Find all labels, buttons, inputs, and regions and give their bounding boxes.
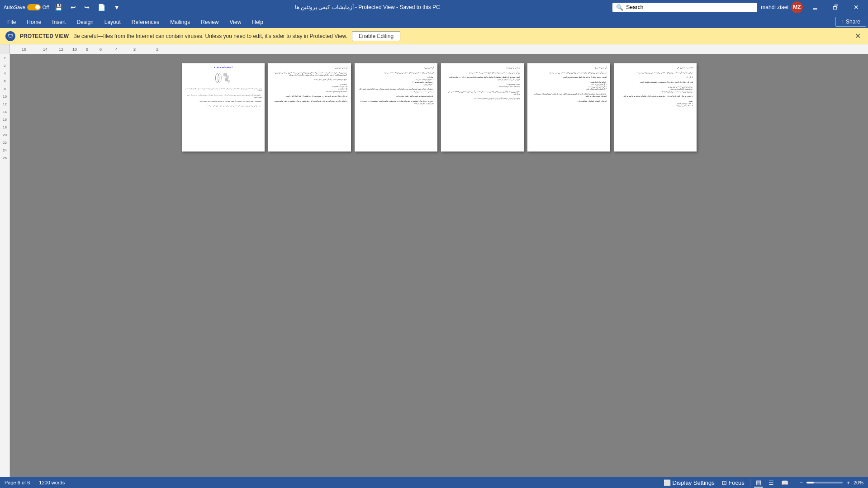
focus-label: Focus [728,479,744,486]
search-area: 🔍 [612,3,757,12]
username: mahdi ziaei [761,4,788,10]
display-settings-label: Display Settings [673,479,715,486]
read-mode-button[interactable]: 📖 [779,479,790,487]
tab-help[interactable]: Help [247,16,269,28]
save-button[interactable]: 💾 [52,3,65,12]
ruler-v-tick: 24 [3,148,7,152]
canvas-area: آزمایشات کیفی پروتئین ها [10,54,868,477]
close-protected-bar-button[interactable]: ✕ [853,32,863,40]
ruler-tick: 18 [12,47,36,52]
page-1-content: آزمایشات کیفی پروتئین ها [182,63,265,152]
autosave-label: AutoSave [4,5,25,10]
zoom-fill [806,482,814,483]
page-6-body: خلاصه و نتیجه‌گیری کلی در این مجموعه آزم… [617,67,693,107]
tab-home[interactable]: Home [21,16,47,28]
page-4-content: آزمایش زانتوپروتئیک این آزمایش برای تشخی… [441,63,524,152]
tab-file[interactable]: File [2,16,21,28]
horizontal-ruler: 18 14 12 10 8 6 4 2 2 [10,44,868,54]
page-2-body: آزمایش نینهیدرین نینهیدرین یک معرف شیمیا… [272,67,347,103]
ruler-v-tick: 26 [3,156,7,160]
tab-mailings[interactable]: Mailings [165,16,195,28]
tab-references[interactable]: References [126,16,165,28]
print-layout-view-button[interactable]: ▤ [754,478,763,488]
tab-view[interactable]: View [224,16,247,28]
page-1-title: آزمایشات کیفی پروتئین ها [185,66,262,69]
ruler-tick: 12 [54,47,68,52]
ruler-tick: 6 [93,47,109,52]
enable-editing-button[interactable]: Enable Editing [352,31,400,41]
ruler-v-tick: 18 [3,125,7,129]
ruler-area: 18 14 12 10 8 6 4 2 2 [0,44,868,54]
protected-view-bar: 🛡 PROTECTED VIEW Be careful—files from t… [0,28,868,44]
ruler-tick: 4 [109,47,124,52]
page-5-content: آزمایش تخم‌مرغ در این آزمایش پروتئین‌های… [527,63,610,152]
ruler-v-tick: 2 [4,64,5,68]
page-3-body: آزمایش بیوره این آزمایش برای تشخیص پیوند… [358,67,434,105]
svg-point-0 [216,73,219,82]
ruler-v-tick: 14 [3,110,7,114]
page-1: آزمایشات کیفی پروتئین ها [182,63,265,152]
page-2: آزمایش نینهیدرین نینهیدرین یک معرف شیمیا… [268,63,351,152]
divider [750,479,750,486]
tab-insert[interactable]: Insert [47,16,71,28]
title-bar: AutoSave Off 💾 ↩ ↪ 📄 ▼ آزمایشات کیفی پرو… [0,0,868,14]
minimize-button[interactable]: 🗕 [806,2,824,13]
main-area: 2 2 4 6 8 10 12 14 16 18 20 22 24 26 آزم… [0,54,868,477]
ribbon-tabs: File Home Insert Design Layout Reference… [0,14,868,28]
new-doc-button[interactable]: 📄 [95,3,108,12]
page-5-body: آزمایش تخم‌مرغ در این آزمایش پروتئین‌های… [531,67,607,103]
focus-icon: ⊡ [722,479,727,486]
page-info: Page 6 of 6 [5,480,30,485]
autosave-toggle[interactable] [27,4,41,10]
zoom-slider[interactable] [806,482,843,483]
display-settings-icon: ⬜ [664,479,671,486]
ruler-v-tick: 16 [3,118,7,122]
ruler-tick: 8 [81,47,93,52]
page-5: آزمایش تخم‌مرغ در این آزمایش پروتئین‌های… [527,63,610,152]
page-4-body: آزمایش زانتوپروتئیک این آزمایش برای تشخی… [445,67,520,100]
avatar[interactable]: MZ [791,1,803,13]
ruler-v-tick: 6 [4,79,5,83]
ruler-tick: 14 [36,47,54,52]
redo-button[interactable]: ↪ [82,3,92,12]
ruler-v-tick: 8 [4,87,5,91]
tab-layout[interactable]: Layout [99,16,126,28]
focus-button[interactable]: ⊡ Focus [720,479,746,487]
zoom-level: 20% [854,480,863,485]
protected-view-title: PROTECTED VIEW [20,33,69,39]
undo-button[interactable]: ↩ [68,3,78,12]
tab-design[interactable]: Design [71,16,99,28]
page-3: آزمایش بیوره این آزمایش برای تشخیص پیوند… [355,63,437,152]
share-button[interactable]: ↑ Share [835,17,866,27]
status-right: ⬜ Display Settings ⊡ Focus ▤ ☰ 📖 − + 20% [662,478,863,488]
zoom-area: − + 20% [798,479,863,487]
share-label: Share [846,19,860,25]
search-icon: 🔍 [616,4,623,11]
ruler-v-tick: 4 [4,71,5,76]
ruler-corner [0,44,10,54]
autosave-area: AutoSave Off [4,4,49,10]
ruler-v-tick: 12 [3,102,7,106]
ruler-v-tick: 2 [4,56,5,60]
search-input[interactable] [626,4,754,10]
page-6: خلاصه و نتیجه‌گیری کلی در این مجموعه آزم… [614,63,697,152]
share-icon: ↑ [841,19,844,25]
zoom-in-button[interactable]: + [844,479,852,487]
user-area: mahdi ziaei MZ [761,1,803,13]
vertical-ruler: 2 2 4 6 8 10 12 14 16 18 20 22 24 26 [0,54,10,477]
tab-review[interactable]: Review [195,16,224,28]
web-layout-view-button[interactable]: ☰ [767,479,776,487]
page-3-content: آزمایش بیوره این آزمایش برای تشخیص پیوند… [355,63,437,152]
page-1-body: در این آزمایش با استفاده از روش‌های مختل… [185,88,262,107]
display-settings-button[interactable]: ⬜ Display Settings [662,479,716,487]
ruler-tick: 2 [124,47,145,52]
restore-button[interactable]: 🗗 [827,2,844,13]
pages-row: آزمایشات کیفی پروتئین ها [182,63,697,152]
divider2 [794,479,794,486]
svg-point-1 [218,73,222,82]
zoom-out-button[interactable]: − [798,479,805,487]
protected-view-message: Be careful—files from the Internet can c… [73,33,347,39]
close-button[interactable]: ✕ [848,2,864,13]
customize-button[interactable]: ▼ [111,3,122,12]
ruler-v-tick: 20 [3,133,7,137]
